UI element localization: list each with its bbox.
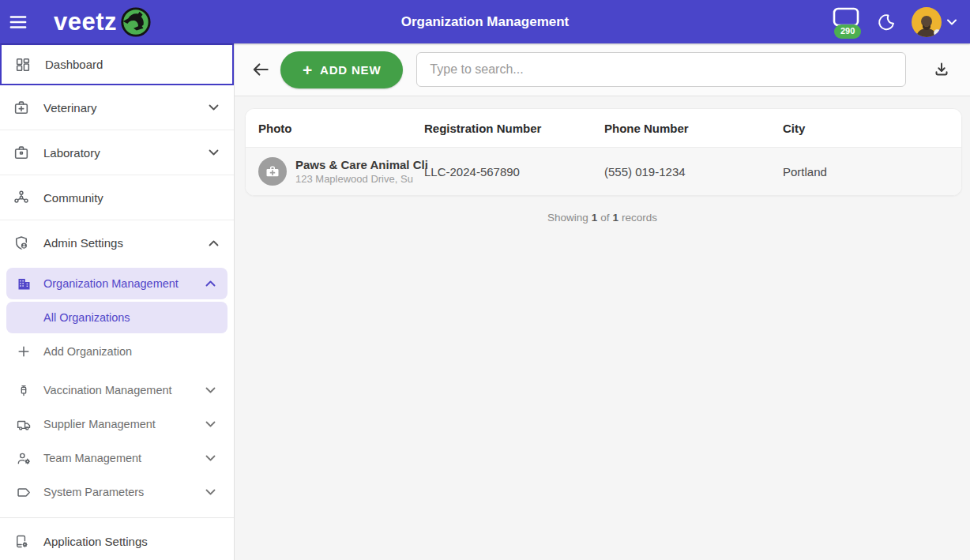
chevron-down-icon [208, 148, 220, 156]
sidebar-item-label: Admin Settings [43, 236, 123, 250]
chevron-down-icon [205, 420, 216, 428]
briefcase-icon [13, 144, 30, 161]
sidebar-item-label: All Organizations [43, 311, 130, 324]
table-row[interactable]: Paws & Care Animal Cli 123 Maplewood Dri… [246, 147, 961, 195]
cell-city: Portland [783, 165, 961, 179]
building-icon [15, 275, 32, 292]
sidebar-item-label: Organization Management [43, 277, 179, 290]
records-summary-text: Showing [547, 212, 588, 224]
horse-logo-icon [118, 6, 152, 39]
add-new-button[interactable]: + ADD NEW [280, 51, 403, 88]
chevron-down-icon [208, 103, 220, 111]
sidebar-item-label: Supplier Management [43, 418, 156, 430]
sidebar-item-label: Laboratory [43, 146, 100, 160]
sidebar-item-veterinary[interactable]: Veterinary [0, 85, 234, 130]
medical-bag-icon [265, 163, 280, 179]
sidebar-item-dashboard[interactable]: Dashboard [0, 43, 234, 85]
sidebar-divider [0, 517, 234, 518]
chevron-up-icon [208, 239, 220, 247]
download-button[interactable] [932, 60, 951, 79]
column-header-photo: Photo [246, 122, 424, 135]
chevron-up-icon [205, 280, 216, 288]
sidebar-item-label: Add Organization [43, 345, 132, 358]
sidebar-item-label: Community [43, 191, 103, 205]
main-content: Photo Registration Number Phone Number C… [235, 96, 970, 560]
column-header-city: City [783, 122, 961, 135]
plus-icon: + [303, 62, 313, 78]
sidebar-item-admin-settings[interactable]: Admin Settings [0, 220, 234, 265]
app-settings-icon [13, 532, 30, 550]
status-dot [934, 29, 941, 36]
dark-mode-toggle[interactable] [877, 13, 896, 32]
sidebar-item-label: Vaccination Management [43, 384, 172, 397]
table-header-row: Photo Registration Number Phone Number C… [246, 109, 961, 147]
avatar [912, 7, 942, 37]
chevron-down-icon [205, 386, 216, 394]
records-summary-text: records [622, 212, 657, 224]
cell-phone-number: (555) 019-1234 [604, 165, 783, 179]
organizations-table-card: Photo Registration Number Phone Number C… [245, 108, 962, 196]
sidebar-item-laboratory[interactable]: Laboratory [0, 130, 234, 175]
shield-person-icon [13, 235, 30, 252]
sidebar-item-team-management[interactable]: Team Management [6, 442, 227, 474]
organization-address: 123 Maplewood Drive, Su [295, 173, 428, 185]
plus-icon [15, 343, 32, 360]
sidebar-item-organization-management[interactable]: Organization Management [6, 268, 227, 299]
dashboard-icon [14, 56, 32, 73]
cell-registration-number: LLC-2024-567890 [424, 165, 604, 179]
sidebar-item-label: System Parameters [43, 486, 144, 498]
sidebar-item-supplier-management[interactable]: Supplier Management [6, 408, 227, 440]
chevron-down-icon [205, 454, 216, 462]
sidebar-item-label: Dashboard [45, 58, 103, 71]
column-header-registration-number: Registration Number [424, 122, 604, 135]
truck-icon [15, 415, 32, 433]
syringe-icon [15, 381, 32, 399]
app-logo[interactable]: veetz [54, 6, 152, 39]
sidebar-item-application-settings[interactable]: Application Settings [0, 519, 234, 560]
page-title: Organization Management [401, 14, 570, 30]
moon-icon [877, 13, 896, 32]
organization-avatar [258, 157, 287, 186]
sidebar-item-label: Team Management [43, 452, 141, 464]
sidebar-item-label: Application Settings [43, 535, 148, 548]
records-summary-text: of [600, 212, 609, 224]
sidebar-item-system-parameters[interactable]: System Parameters [6, 476, 227, 508]
notification-count-badge: 290 [834, 24, 861, 38]
records-count: 1 [592, 212, 598, 224]
top-app-bar: veetz Organization Management 290 [0, 0, 970, 43]
user-menu[interactable] [912, 7, 957, 37]
hub-icon [13, 189, 30, 206]
content-toolbar: + ADD NEW [235, 43, 970, 96]
back-button[interactable] [250, 59, 271, 80]
organization-name: Paws & Care Animal Cli [295, 158, 428, 171]
sidebar-item-add-organization[interactable]: Add Organization [6, 336, 227, 367]
logo-text: veetz [54, 9, 117, 34]
person-gear-icon [15, 449, 32, 467]
records-total: 1 [613, 212, 619, 224]
sidebar-item-vaccination-management[interactable]: Vaccination Management [6, 374, 227, 406]
tag-icon [15, 483, 32, 501]
chevron-down-icon [205, 488, 216, 496]
back-arrow-icon [250, 59, 271, 80]
medical-bag-icon [13, 99, 30, 116]
sidebar-item-community[interactable]: Community [0, 175, 234, 220]
download-icon [932, 60, 951, 79]
search-input[interactable] [416, 52, 906, 87]
column-header-phone-number: Phone Number [604, 122, 783, 135]
chevron-down-icon [946, 18, 957, 26]
menu-icon[interactable] [0, 0, 36, 43]
sidebar-item-all-organizations[interactable]: All Organizations [6, 302, 227, 333]
records-summary: Showing1of1records [235, 212, 970, 224]
sidebar: Dashboard Veterinary Laboratory [0, 43, 235, 560]
device-sessions-button[interactable]: 290 [829, 4, 861, 40]
sidebar-item-label: Veterinary [43, 101, 97, 115]
add-new-label: ADD NEW [320, 63, 381, 77]
